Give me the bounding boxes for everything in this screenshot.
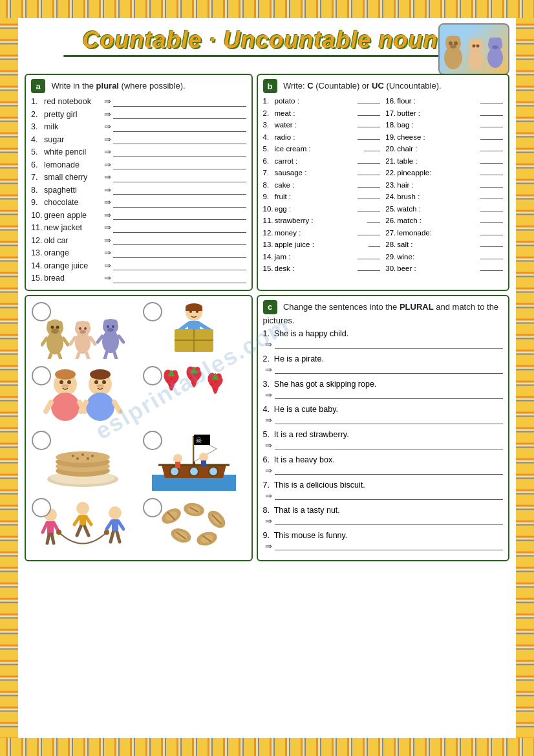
b-item: 7.sausage : bbox=[263, 167, 381, 178]
svg-point-76 bbox=[94, 380, 98, 384]
b-col2: 16.flour : 17.butter : 18.bag : 19.chees… bbox=[385, 96, 503, 275]
c-sentence-4: 4. He is a cute baby. bbox=[263, 405, 504, 414]
svg-point-89 bbox=[215, 382, 217, 383]
list-item: 9.chocolate⇒ bbox=[31, 197, 246, 209]
pic-cell-8 bbox=[140, 495, 249, 557]
c-item-1: 1. She is a happy child. ⇒ bbox=[263, 329, 504, 349]
list-item: 5.white pencil⇒ bbox=[31, 147, 246, 158]
section-c-header: c Change the sentences into the PLURAL a… bbox=[263, 300, 504, 326]
c-item-9: 9. This mouse is funny. ⇒ bbox=[263, 531, 504, 551]
section-a-label: a bbox=[31, 79, 45, 93]
svg-point-77 bbox=[102, 380, 106, 384]
b-item: 6.carrot : bbox=[263, 156, 381, 167]
upper-layout: a Write in the plural (where possible). … bbox=[25, 74, 509, 291]
svg-line-48 bbox=[119, 336, 123, 342]
svg-line-50 bbox=[114, 352, 116, 359]
b-item: 1.potato : bbox=[263, 96, 381, 107]
section-a-box: a Write in the plural (where possible). … bbox=[25, 74, 253, 291]
svg-line-123 bbox=[107, 521, 112, 529]
svg-line-72 bbox=[46, 402, 51, 411]
svg-point-78 bbox=[96, 384, 104, 388]
svg-point-98 bbox=[81, 453, 84, 456]
match-circle bbox=[143, 498, 162, 517]
svg-point-44 bbox=[107, 328, 114, 332]
svg-point-9 bbox=[469, 39, 476, 45]
pic-cell-5 bbox=[28, 427, 138, 493]
section-c-box: c Change the sentences into the PLURAL a… bbox=[257, 295, 510, 561]
section-c-instruction: Change the sentences into the PLURAL and… bbox=[263, 302, 499, 325]
svg-line-38 bbox=[77, 353, 79, 359]
page-wrapper: Countable · Uncountable nouns bbox=[0, 0, 534, 756]
svg-line-47 bbox=[98, 336, 102, 342]
b-item: 14.jam : bbox=[263, 252, 381, 263]
svg-point-97 bbox=[72, 455, 74, 457]
svg-line-37 bbox=[91, 338, 95, 344]
list-item: 10.green apple⇒ bbox=[31, 210, 246, 222]
svg-line-126 bbox=[117, 532, 120, 542]
c-item-2: 2. He is a pirate. ⇒ bbox=[263, 354, 504, 374]
c-sentence-1: 1. She is a happy child. bbox=[263, 329, 504, 338]
svg-point-83 bbox=[171, 378, 173, 380]
svg-point-17 bbox=[492, 45, 498, 49]
pic-cell-1 bbox=[28, 299, 138, 362]
svg-point-70 bbox=[61, 384, 69, 388]
b-item: 8.cake : bbox=[263, 180, 381, 191]
b-col1: 1.potato : 2.meat : 3.water : 4.radio : … bbox=[263, 96, 381, 275]
svg-line-125 bbox=[111, 532, 113, 542]
c-item-8: 8. That is a tasty nut. ⇒ bbox=[263, 506, 504, 526]
svg-point-33 bbox=[80, 330, 86, 334]
b-item: 18.bag : bbox=[385, 120, 503, 131]
bottom-layout: ☠ bbox=[25, 295, 509, 561]
svg-line-131 bbox=[77, 526, 81, 535]
svg-point-69 bbox=[67, 380, 71, 384]
svg-line-26 bbox=[63, 338, 68, 345]
b-item: 4.radio : bbox=[263, 132, 381, 143]
c-sentence-6: 6. It is a heavy box. bbox=[263, 455, 504, 464]
svg-point-75 bbox=[86, 393, 114, 421]
list-item: 2.pretty girl⇒ bbox=[31, 109, 246, 121]
b-item: 16.flour : bbox=[385, 96, 503, 107]
svg-point-101 bbox=[87, 457, 89, 460]
skipping-svg bbox=[41, 497, 125, 555]
pic-cell-6: ☠ bbox=[140, 427, 249, 493]
c-sentence-9: 9. This mouse is funny. bbox=[263, 531, 504, 540]
c-item-6: 6. It is a heavy box. ⇒ bbox=[263, 455, 504, 475]
section-c-label: c bbox=[263, 300, 277, 314]
section-b-header: b Write: C (Countable) or UC (Uncountabl… bbox=[263, 79, 504, 93]
pic-cell-2 bbox=[140, 299, 249, 362]
c-sentence-5: 5. It is a red strawberry. bbox=[263, 430, 504, 439]
svg-point-86 bbox=[194, 375, 196, 376]
nuts-svg bbox=[152, 497, 236, 555]
match-circle bbox=[143, 302, 162, 321]
svg-point-121 bbox=[109, 506, 122, 519]
svg-point-71 bbox=[55, 369, 76, 380]
svg-rect-53 bbox=[186, 307, 202, 311]
list-item: 15.bread⇒ bbox=[31, 273, 246, 285]
svg-text:☠: ☠ bbox=[195, 436, 202, 445]
svg-point-24 bbox=[56, 325, 59, 329]
svg-point-34 bbox=[79, 327, 81, 330]
svg-line-118 bbox=[52, 534, 54, 543]
running-boy-svg bbox=[165, 301, 223, 359]
c-sentence-8: 8. That is a tasty nut. bbox=[263, 506, 504, 515]
svg-line-130 bbox=[86, 517, 91, 524]
svg-point-79 bbox=[90, 369, 111, 380]
b-item: 17.butter : bbox=[385, 108, 503, 119]
list-item: 4.sugar⇒ bbox=[31, 135, 246, 146]
svg-point-68 bbox=[59, 380, 63, 384]
b-item: 26.match : bbox=[385, 215, 503, 226]
b-item: 15.desk : bbox=[263, 263, 381, 274]
match-circle bbox=[32, 302, 51, 321]
svg-point-46 bbox=[112, 325, 114, 328]
pirate-ship-svg: ☠ bbox=[152, 429, 236, 491]
svg-point-31 bbox=[76, 321, 82, 328]
svg-point-107 bbox=[189, 467, 198, 476]
c-sentence-3: 3. She has got a skipping rope. bbox=[263, 380, 504, 389]
cartoon-animals-svg bbox=[41, 301, 125, 359]
b-item: 13.apple juice : bbox=[263, 239, 381, 250]
list-item: 6.lemonade⇒ bbox=[31, 160, 246, 171]
b-item: 12.money : bbox=[263, 228, 381, 239]
biscuits-svg bbox=[41, 431, 125, 489]
svg-line-39 bbox=[87, 353, 89, 359]
svg-rect-110 bbox=[175, 462, 180, 468]
